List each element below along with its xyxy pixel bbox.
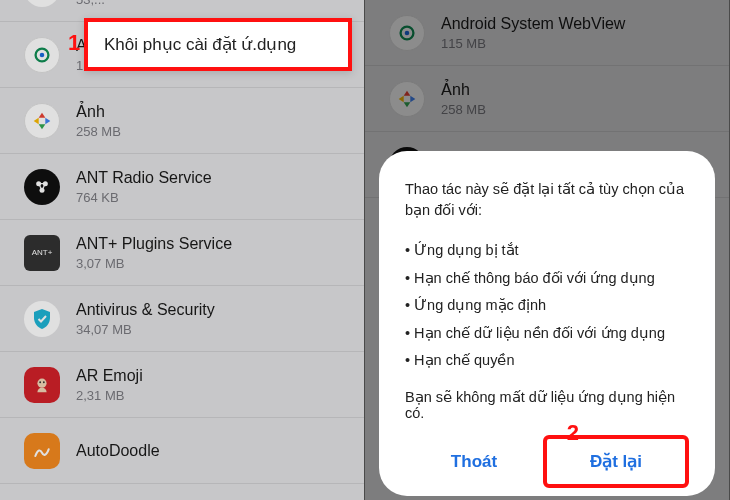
list-item: • Ứng dụng bị tắt bbox=[405, 237, 689, 265]
app-name: Android System WebView bbox=[441, 14, 711, 34]
dialog-list: • Ứng dụng bị tắt • Hạn chế thông báo đố… bbox=[405, 237, 689, 375]
app-size: 34,07 MB bbox=[76, 322, 346, 337]
app-row[interactable]: AR Emoji 2,31 MB bbox=[0, 352, 364, 418]
confirm-button[interactable]: Đặt lại bbox=[543, 435, 689, 488]
list-item: • Hạn chế thông báo đối với ứng dụng bbox=[405, 265, 689, 293]
ant-icon bbox=[24, 169, 60, 205]
svg-point-2 bbox=[40, 52, 45, 57]
app-name: AutoDoodle bbox=[76, 441, 346, 461]
app-row[interactable]: Android System WebView 115 MB bbox=[365, 0, 729, 66]
list-item: • Ứng dụng mặc định bbox=[405, 292, 689, 320]
app-row[interactable]: ANT+ ANT+ Plugins Service 3,07 MB bbox=[0, 220, 364, 286]
app-row[interactable]: AutoDoodle bbox=[0, 418, 364, 484]
app-size: 764 KB bbox=[76, 190, 346, 205]
list-item: • Hạn chế dữ liệu nền đối với ứng dụng bbox=[405, 320, 689, 348]
photos-icon bbox=[389, 81, 425, 117]
app-row[interactable]: ANT Radio Service 764 KB bbox=[0, 154, 364, 220]
app-size: 3,07 MB bbox=[76, 256, 346, 271]
dialog-actions: Thoát Đặt lại bbox=[405, 435, 689, 488]
svg-point-7 bbox=[39, 381, 41, 383]
app-row[interactable]: Ảnh 258 MB bbox=[0, 88, 364, 154]
autodoodle-icon bbox=[24, 433, 60, 469]
shield-icon bbox=[24, 301, 60, 337]
app-name: Antivirus & Security bbox=[76, 300, 346, 320]
ant-plus-icon: ANT+ bbox=[24, 235, 60, 271]
reset-dialog: Thao tác này sẽ đặt lại tất cả tùy chọn … bbox=[379, 151, 715, 496]
annotation-marker-2: 2 bbox=[567, 420, 579, 446]
annotation-marker-1: 1 bbox=[68, 30, 80, 56]
list-item: • Hạn chế quyền bbox=[405, 347, 689, 375]
reset-apps-menu-item[interactable]: Khôi phục cài đặt ứ.dụng bbox=[84, 18, 352, 71]
cancel-button[interactable]: Thoát bbox=[405, 435, 543, 488]
app-size: 115 MB bbox=[441, 36, 711, 51]
svg-point-8 bbox=[43, 381, 45, 383]
app-size: 53,... bbox=[76, 0, 346, 7]
app-name: AR Emoji bbox=[76, 366, 346, 386]
app-row[interactable]: Antivirus & Security 34,07 MB bbox=[0, 286, 364, 352]
app-size: 258 MB bbox=[441, 102, 711, 117]
app-name: Ảnh bbox=[76, 102, 346, 122]
app-size: 2,31 MB bbox=[76, 388, 346, 403]
app-size: 258 MB bbox=[76, 124, 346, 139]
app-name: ANT+ Plugins Service bbox=[76, 234, 346, 254]
svg-point-6 bbox=[37, 378, 46, 387]
app-row[interactable]: Ảnh 258 MB bbox=[365, 66, 729, 132]
dialog-intro: Thao tác này sẽ đặt lại tất cả tùy chọn … bbox=[405, 179, 689, 221]
photos-icon bbox=[24, 103, 60, 139]
svg-point-10 bbox=[405, 30, 410, 35]
webview-icon bbox=[389, 15, 425, 51]
menu-label: Khôi phục cài đặt ứ.dụng bbox=[104, 35, 296, 54]
accessibility-icon bbox=[24, 0, 60, 7]
ar-emoji-icon bbox=[24, 367, 60, 403]
app-name: Ảnh bbox=[441, 80, 711, 100]
webview-icon bbox=[24, 37, 60, 73]
app-name: ANT Radio Service bbox=[76, 168, 346, 188]
dialog-note: Bạn sẽ không mất dữ liệu ứng dụng hiện c… bbox=[405, 389, 689, 421]
